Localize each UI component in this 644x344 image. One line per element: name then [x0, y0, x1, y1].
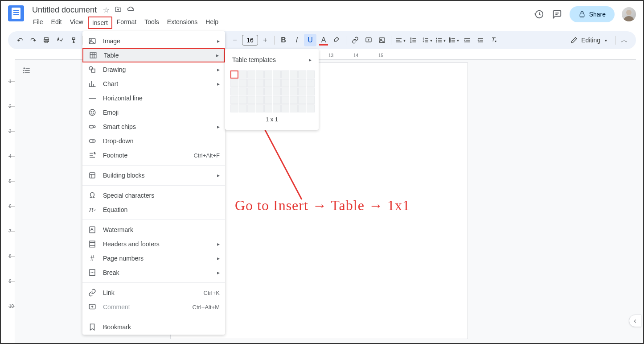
menu-tools[interactable]: Tools — [141, 17, 163, 29]
menu-insert[interactable]: Insert — [88, 17, 112, 29]
grid-cell[interactable] — [247, 104, 255, 112]
grid-cell[interactable] — [290, 79, 298, 87]
menu-item-image[interactable]: Image ▸ — [82, 34, 225, 48]
print-button[interactable] — [40, 34, 53, 46]
grid-cell[interactable] — [290, 87, 298, 95]
menu-item-chart[interactable]: Chart ▸ — [82, 77, 225, 91]
history-icon[interactable] — [534, 9, 545, 20]
paint-format-button[interactable] — [67, 34, 79, 46]
menu-edit[interactable]: Edit — [48, 17, 66, 29]
side-panel-toggle[interactable]: ‹ — [629, 315, 641, 327]
menu-extensions[interactable]: Extensions — [164, 17, 201, 29]
highlight-button[interactable] — [331, 34, 343, 46]
menu-item-drawing[interactable]: Drawing ▸ — [82, 62, 225, 77]
grid-cell[interactable] — [298, 96, 306, 104]
grid-cell[interactable] — [239, 96, 247, 104]
grid-cell[interactable] — [256, 104, 264, 112]
grid-cell[interactable] — [273, 104, 281, 112]
numbered-list-button[interactable]: 123▾ — [447, 34, 460, 46]
grid-cell[interactable] — [256, 96, 264, 104]
menu-item-equation[interactable]: π2 Equation — [82, 203, 225, 217]
grid-cell[interactable] — [264, 87, 272, 95]
menu-item-break[interactable]: Break ▸ — [82, 265, 225, 280]
comments-icon[interactable] — [552, 9, 562, 20]
grid-cell[interactable] — [256, 70, 264, 79]
grid-cell[interactable] — [290, 104, 298, 112]
vertical-ruler[interactable]: 1 2 3 4 5 6 7 8 9 10 — [8, 60, 15, 343]
menu-item-table[interactable]: Table ▸ — [82, 48, 225, 62]
decrease-font-button[interactable]: − — [229, 34, 241, 46]
grid-cell[interactable] — [256, 87, 264, 95]
grid-cell[interactable] — [247, 79, 255, 87]
increase-indent-button[interactable] — [474, 34, 487, 46]
docs-logo-icon[interactable] — [8, 5, 24, 21]
text-color-button[interactable]: A — [317, 34, 330, 46]
bold-button[interactable]: B — [277, 34, 290, 46]
grid-cell[interactable] — [281, 104, 289, 112]
menu-item-horizontal-line[interactable]: — Horizontal line — [82, 91, 225, 105]
cloud-status-icon[interactable] — [127, 6, 135, 15]
grid-cell[interactable] — [264, 79, 272, 87]
grid-cell[interactable] — [298, 104, 306, 112]
collapse-toolbar-button[interactable]: ︿ — [618, 34, 631, 46]
menu-format[interactable]: Format — [113, 17, 140, 29]
grid-cell[interactable] — [230, 104, 238, 112]
grid-cell[interactable] — [230, 87, 238, 95]
menu-help[interactable]: Help — [202, 17, 222, 29]
editing-mode-button[interactable]: Editing ▾ — [565, 34, 612, 46]
grid-cell[interactable] — [273, 79, 281, 87]
grid-cell[interactable] — [281, 87, 289, 95]
menu-item-page-numbers[interactable]: # Page numbers ▸ — [82, 251, 225, 265]
menu-item-building-blocks[interactable]: Building blocks ▸ — [82, 168, 225, 182]
grid-cell[interactable] — [307, 96, 315, 104]
grid-cell[interactable] — [264, 70, 272, 79]
grid-cell[interactable] — [273, 70, 281, 79]
account-avatar[interactable] — [622, 7, 636, 21]
grid-cell[interactable] — [239, 104, 247, 112]
grid-cell[interactable] — [256, 79, 264, 87]
grid-cell[interactable] — [239, 79, 247, 87]
grid-cell[interactable] — [290, 96, 298, 104]
menu-item-watermark[interactable]: Watermark — [82, 223, 225, 237]
menu-file[interactable]: File — [29, 17, 47, 29]
checklist-button[interactable]: ▾ — [421, 34, 433, 46]
insert-link-button[interactable] — [349, 34, 361, 46]
menu-item-headers-footers[interactable]: Headers and footers ▸ — [82, 237, 225, 251]
grid-cell[interactable] — [290, 70, 298, 79]
line-spacing-button[interactable] — [407, 34, 420, 46]
grid-cell[interactable] — [264, 96, 272, 104]
menu-item-bookmark[interactable]: Bookmark — [82, 320, 225, 334]
underline-button[interactable]: U — [304, 34, 316, 46]
grid-cell[interactable] — [298, 79, 306, 87]
font-size-input[interactable]: 16 — [242, 35, 258, 46]
grid-cell[interactable] — [307, 79, 315, 87]
bulleted-list-button[interactable]: ▾ — [434, 34, 447, 46]
share-button[interactable]: Share — [570, 6, 615, 22]
menu-item-special-characters[interactable]: Ω Special characters — [82, 188, 225, 203]
grid-cell[interactable] — [281, 70, 289, 79]
grid-cell[interactable] — [247, 96, 255, 104]
insert-comment-button[interactable] — [362, 34, 375, 46]
grid-cell[interactable] — [281, 96, 289, 104]
insert-image-button[interactable] — [376, 34, 388, 46]
grid-cell[interactable] — [239, 70, 247, 79]
outline-toggle-button[interactable] — [21, 64, 33, 77]
grid-cell[interactable] — [239, 87, 247, 95]
submenu-table-templates[interactable]: Table templates ▸ — [225, 53, 319, 67]
grid-cell[interactable] — [247, 87, 255, 95]
menu-view[interactable]: View — [66, 17, 87, 29]
table-size-grid[interactable] — [225, 67, 319, 114]
grid-cell[interactable] — [307, 87, 315, 95]
grid-cell[interactable] — [307, 70, 315, 79]
menu-item-emoji[interactable]: Emoji — [82, 105, 225, 120]
grid-cell[interactable] — [281, 79, 289, 87]
grid-cell[interactable] — [307, 104, 315, 112]
clear-formatting-button[interactable] — [488, 34, 500, 46]
menu-item-link[interactable]: Link Ctrl+K — [82, 286, 225, 300]
menu-item-smart-chips[interactable]: Smart chips ▸ — [82, 120, 225, 134]
grid-cell[interactable] — [273, 96, 281, 104]
italic-button[interactable]: I — [291, 34, 303, 46]
spellcheck-button[interactable] — [53, 34, 66, 46]
grid-cell[interactable] — [273, 87, 281, 95]
grid-cell[interactable] — [298, 70, 306, 79]
